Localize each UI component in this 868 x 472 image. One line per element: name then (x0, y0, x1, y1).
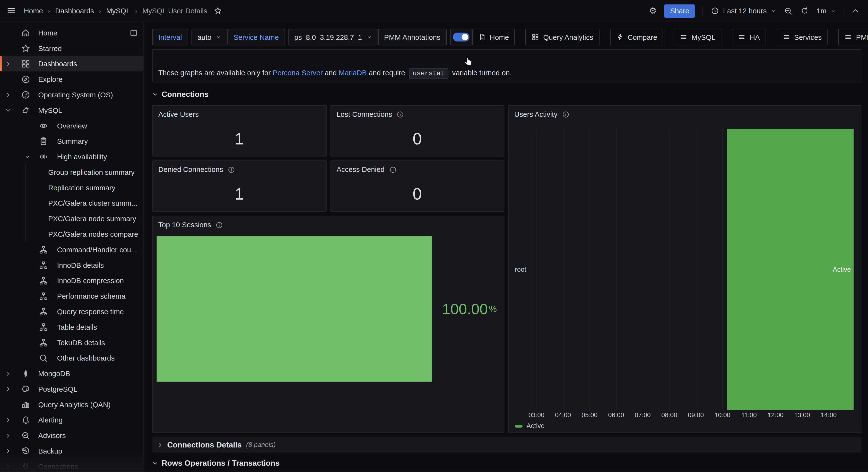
dock-sidebar-icon[interactable] (129, 28, 138, 37)
chevron-right-icon[interactable] (5, 61, 11, 67)
refresh-interval-picker[interactable]: 1m (816, 6, 836, 15)
chevron-down-icon (830, 8, 836, 13)
sidebar-item-innodb-compression[interactable]: InnoDB compression (0, 273, 143, 288)
stat-value: 1 (235, 129, 244, 148)
menu-icon[interactable] (6, 6, 16, 15)
share-button[interactable]: Share (664, 4, 695, 18)
link-button-pmm[interactable]: PMM (838, 29, 868, 45)
sidebar-item-performance-schema[interactable]: Performance schema (0, 288, 143, 304)
interval-variable-dropdown[interactable]: auto (191, 29, 227, 45)
sidebar-item-pxc-galera-node-summary[interactable]: PXC/Galera node summary (26, 211, 143, 226)
sidebar-item-query-analytics-qan[interactable]: Query Analytics (QAN) (0, 397, 143, 412)
sidebar-item-label: MySQL (38, 106, 62, 114)
sidebar-item-other-dashboards[interactable]: Other dashboards (0, 350, 143, 366)
grafana-dashboard: Home › Dashboards › MySQL › MySQL User D… (0, 0, 868, 472)
link-button-ha[interactable]: HA (732, 29, 766, 45)
info-icon[interactable] (397, 110, 404, 118)
sidebar-item-summary[interactable]: Summary (0, 133, 143, 149)
info-icon[interactable] (562, 110, 569, 118)
service-name-value: ps_8.0_3.19.228.7_1 (294, 33, 362, 41)
dashboard-settings-gear-icon[interactable]: ⚙ (649, 6, 657, 15)
section-header-connections-details[interactable]: Connections Details (8 panels) (152, 437, 861, 452)
chevron-right-icon[interactable] (5, 448, 11, 454)
sidebar-item-command-handler-counters[interactable]: Command/Handler cou... (0, 242, 143, 257)
sidebar-item-alerting[interactable]: Alerting (0, 412, 143, 428)
link-button-services[interactable]: Services (776, 29, 828, 45)
sidebar-item-overview[interactable]: Overview (0, 118, 143, 133)
sidebar-item-pxc-galera-cluster-summary[interactable]: PXC/Galera cluster summ... (26, 195, 143, 211)
percona-server-link[interactable]: Percona Server (273, 68, 323, 77)
sidebar-item-query-response-time[interactable]: Query response time (0, 304, 143, 319)
chevron-right-icon[interactable] (5, 92, 11, 98)
sidebar-item-label: Query Analytics (QAN) (38, 400, 111, 408)
favorite-star-icon[interactable] (214, 6, 222, 15)
sidebar-item-pxc-galera-nodes-compare[interactable]: PXC/Galera nodes compare (26, 226, 143, 242)
sidebar-item-label: Performance schema (57, 292, 125, 300)
chevron-down-icon[interactable] (5, 107, 11, 113)
sidebar-item-label: Dashboards (38, 60, 77, 68)
sidebar-item-explore[interactable]: Explore (0, 71, 143, 87)
breadcrumb-home[interactable]: Home (24, 6, 43, 15)
service-name-variable-dropdown[interactable]: ps_8.0_3.19.228.7_1 (288, 29, 378, 45)
sidebar-item-backup[interactable]: Backup (0, 443, 143, 459)
sidebar-item-replication-summary[interactable]: Replication summary (26, 180, 143, 195)
chevron-right-icon[interactable] (5, 386, 11, 392)
magnifier-check-icon (21, 431, 31, 440)
info-icon[interactable] (216, 221, 223, 229)
postgresql-elephant-icon (21, 384, 31, 394)
section-header-rows-operations[interactable]: Rows Operations / Transactions (152, 459, 279, 467)
panel-active-users: Active Users 1 (152, 105, 327, 157)
refresh-icon[interactable] (801, 6, 809, 15)
service-name-variable-label: Service Name (227, 29, 285, 45)
breadcrumb-dashboards[interactable]: Dashboards (55, 6, 94, 15)
sidebar-item-starred[interactable]: Starred (0, 40, 143, 56)
gauge-number: 100.00 (442, 301, 488, 318)
link-button-home[interactable]: Home (472, 29, 515, 45)
link-button-compare[interactable]: Compare (610, 29, 663, 45)
sidebar-item-label: Alerting (38, 416, 62, 424)
state-label: Active (833, 265, 851, 273)
sidebar-item-connections[interactable]: Connections (0, 459, 143, 472)
breadcrumb-separator: › (99, 7, 101, 14)
sidebar-item-label: PXC/Galera nodes compare (48, 230, 138, 238)
divider (703, 6, 703, 15)
sidebar-item-group-replication-summary[interactable]: Group replication summary (26, 164, 143, 180)
chevron-right-icon[interactable] (5, 432, 11, 438)
breadcrumb-mysql[interactable]: MySQL (106, 6, 130, 15)
sidebar-item-mongodb[interactable]: MongoDB (0, 366, 143, 381)
pmm-annotations-toggle[interactable] (450, 29, 472, 45)
chevron-right-icon[interactable] (5, 463, 11, 469)
house-icon (21, 28, 31, 37)
sidebar-item-table-details[interactable]: Table details (0, 319, 143, 335)
sidebar-item-advisors[interactable]: Advisors (0, 428, 143, 443)
info-icon[interactable] (227, 166, 235, 173)
sidebar-item-label: Backup (38, 447, 62, 455)
legend[interactable]: Active (515, 422, 545, 430)
sidebar-item-postgresql[interactable]: PostgreSQL (0, 381, 143, 397)
sidebar-item-high-availability[interactable]: High availability (0, 149, 143, 164)
dashboards-grid-icon (21, 59, 31, 68)
collapse-controls-chevron-up-icon[interactable] (852, 7, 859, 14)
zoom-out-icon[interactable] (784, 6, 793, 15)
sidebar-item-mysql[interactable]: MySQL (0, 102, 143, 118)
chevron-right-icon[interactable] (5, 370, 11, 376)
section-header-connections[interactable]: Connections (152, 90, 209, 98)
sidebar-subgroup: Group replication summary Replication su… (25, 164, 144, 242)
sidebar-item-tokudb-details[interactable]: TokuDB details (0, 335, 143, 350)
link-button-mysql[interactable]: MySQL (674, 29, 722, 45)
sidebar-item-home[interactable]: Home (0, 25, 143, 40)
chevron-right-icon[interactable] (5, 417, 11, 423)
breadcrumb-separator: › (48, 7, 50, 14)
link-button-query-analytics[interactable]: Query Analytics (526, 29, 599, 45)
active-state-bar: Active (727, 129, 854, 410)
stat-value: 0 (413, 129, 422, 148)
info-icon[interactable] (389, 166, 397, 173)
link-button-label: Compare (628, 33, 657, 41)
sidebar-item-operating-system[interactable]: Operating System (OS) (0, 87, 143, 102)
sidebar-item-dashboards[interactable]: Dashboards (0, 56, 143, 71)
chevron-down-icon[interactable] (24, 154, 30, 160)
sidebar-item-innodb-details[interactable]: InnoDB details (0, 257, 143, 273)
time-range-picker[interactable]: Last 12 hours (711, 6, 776, 15)
mariadb-link[interactable]: MariaDB (339, 68, 367, 77)
dashboard-links: Home Query Analytics Compare MySQL HA (472, 29, 868, 45)
